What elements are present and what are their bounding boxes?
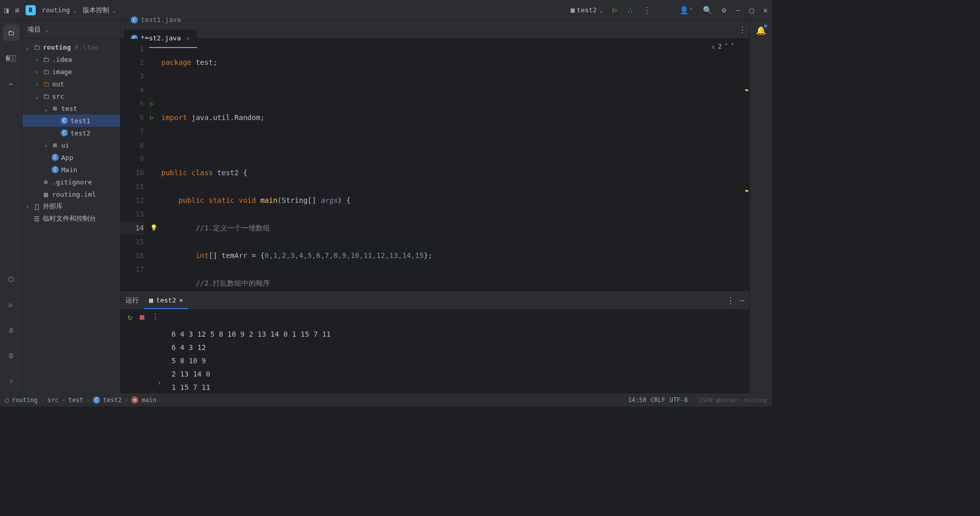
- tree-item[interactable]: ›⊞ui: [22, 139, 120, 151]
- run-panel: 运行 ▦ test2 × ⋮ — ↻ ■ ⋮ 6 4 3 12 5 8 10 9…: [120, 291, 749, 393]
- t: test: [195, 58, 213, 66]
- tree-item[interactable]: CApp: [22, 151, 120, 163]
- tree-root[interactable]: ⌄🗀 routing E:\too: [22, 41, 120, 53]
- more-icon[interactable]: ⋮: [643, 6, 651, 15]
- git-icon[interactable]: ⑂: [3, 373, 19, 389]
- warning-icon: ⚠: [712, 43, 715, 50]
- close-icon[interactable]: ✕: [763, 6, 768, 15]
- search-icon[interactable]: 🔍: [703, 6, 713, 15]
- run-tab-icon: ▦: [149, 296, 153, 304]
- tree-ext-lib[interactable]: ›𓉘 外部库: [22, 200, 120, 213]
- project-dropdown[interactable]: routing: [42, 6, 77, 14]
- editor-tab[interactable]: Ctest1.java: [124, 11, 197, 30]
- tree-item[interactable]: ⊘.gitignore: [22, 176, 120, 188]
- t: 0,1,2,3,4,5,6,7,8,9,10,11,12,13,14,15: [264, 251, 424, 260]
- tree-item-label: Main: [61, 166, 77, 174]
- tree-item[interactable]: ›🗀.idea: [22, 53, 120, 65]
- t: //1.定义一个一维数组: [195, 224, 270, 232]
- rerun-icon[interactable]: ↻: [128, 312, 133, 322]
- run-output-line: 1 15 7 11: [172, 381, 739, 393]
- tree-item[interactable]: ⌄⊞test: [22, 102, 120, 114]
- t: };: [424, 251, 432, 260]
- collab-icon[interactable]: 👤⁺: [679, 6, 694, 15]
- terminal-icon[interactable]: ⎚: [3, 322, 19, 338]
- gutter: 1234567891011121314151617: [120, 39, 149, 291]
- breadcrumb[interactable]: ▢ routing› src› test› C test2› m main: [5, 396, 156, 404]
- run-more-icon[interactable]: ⋮: [727, 296, 734, 305]
- watermark: CSDN @hacker-routing: [699, 397, 767, 404]
- tree-item-label: test2: [70, 129, 90, 137]
- tree-scratch[interactable]: ☰ 临时文件和控制台: [22, 213, 120, 225]
- notifications-icon[interactable]: 🔔: [756, 26, 766, 35]
- right-bar: 🔔: [749, 20, 772, 393]
- bc-0[interactable]: routing: [12, 396, 38, 404]
- editor-inspection-badge[interactable]: ⚠ 2 ˄ ˅: [712, 43, 734, 50]
- run-toolbar-more-icon[interactable]: ⋮: [152, 312, 159, 321]
- tree-root-path: E:\too: [75, 43, 99, 51]
- t: java.util.Random: [191, 113, 260, 122]
- tree-item[interactable]: ▤routing.iml: [22, 188, 120, 200]
- stop-icon[interactable]: ■: [140, 312, 144, 321]
- more-tool-icon[interactable]: ⋯: [3, 76, 19, 92]
- settings-icon[interactable]: ⚙: [722, 6, 726, 15]
- project-tool-icon[interactable]: 🗀: [3, 25, 19, 41]
- next-highlight-icon[interactable]: ˅: [731, 43, 734, 50]
- t: args: [321, 196, 338, 204]
- sidebar-view-dropdown[interactable]: [44, 26, 48, 33]
- bc-2[interactable]: test: [68, 396, 83, 404]
- tree-item[interactable]: Ctest2: [22, 127, 120, 139]
- tab-more-icon[interactable]: ⋮: [739, 25, 746, 34]
- tree-item-label: .gitignore: [52, 178, 92, 186]
- bc-class-icon: C: [93, 396, 100, 404]
- menu-icon[interactable]: ≡: [15, 6, 19, 15]
- run-title: 运行: [126, 296, 139, 305]
- maximize-icon[interactable]: ▢: [749, 6, 754, 15]
- run-output-line: 5 8 10 9: [172, 354, 739, 367]
- run-tab-close-icon[interactable]: ×: [179, 296, 183, 304]
- t: ) {: [338, 196, 351, 204]
- tree-item[interactable]: ›🗀image: [22, 65, 120, 78]
- run-output[interactable]: 6 4 3 12 5 8 10 9 2 13 14 0 1 15 7 116 4…: [120, 324, 749, 393]
- project-badge: R: [26, 5, 36, 15]
- sidebar-title: 项目: [28, 25, 41, 34]
- status-encoding[interactable]: UTF-8: [669, 396, 688, 404]
- problems-icon[interactable]: ①: [3, 347, 19, 364]
- run-config-dropdown[interactable]: ▦ test2: [571, 6, 603, 14]
- tree-item[interactable]: CMain: [22, 163, 120, 176]
- bc-4[interactable]: main: [141, 396, 156, 404]
- run-icon[interactable]: ▷: [612, 5, 618, 15]
- status-position[interactable]: 14:50: [628, 396, 646, 404]
- tab-file-icon: C: [131, 16, 138, 24]
- run-expand-icon[interactable]: ›: [157, 376, 161, 389]
- tree-ext-lib-label: 外部库: [43, 202, 63, 211]
- structure-tool-icon[interactable]: �⿲: [3, 50, 19, 66]
- minimize-icon[interactable]: —: [736, 6, 740, 15]
- editor-area: Ctest1.javaCtest2.java× ⋮ 12345678910111…: [120, 20, 749, 393]
- editor[interactable]: 1234567891011121314151617 ▷ ▷ 💡 package …: [120, 39, 749, 291]
- breadcrumb-icon: ▢: [5, 396, 9, 404]
- tree-item[interactable]: ⌄🗀src: [22, 90, 120, 102]
- run-output-line: 2 13 14 0: [172, 367, 739, 381]
- tree-item[interactable]: ›🗀out: [22, 78, 120, 90]
- tool-window-bar: 🗀 �⿲ ⋯ ⬡ ▷ ⎚ ① ⑂: [0, 20, 22, 393]
- project-tree: ⌄🗀 routing E:\too ›🗀.idea›🗀image›🗀out⌄🗀s…: [22, 39, 120, 393]
- tree-item-label: test1: [70, 117, 90, 125]
- vcs-dropdown[interactable]: 版本控制: [83, 6, 116, 15]
- t: import: [161, 113, 191, 122]
- project-name-label: routing: [42, 6, 70, 14]
- t: public static void: [179, 196, 260, 204]
- run-tab[interactable]: ▦ test2 ×: [144, 292, 188, 309]
- vcs-label: 版本控制: [83, 6, 109, 15]
- run-minimize-icon[interactable]: —: [740, 296, 744, 305]
- status-eol[interactable]: CRLF: [651, 396, 666, 404]
- tree-item[interactable]: Ctest1: [22, 114, 120, 127]
- bc-1[interactable]: src: [47, 396, 59, 404]
- tree-item-label: src: [52, 92, 64, 100]
- code-area[interactable]: package test; import java.util.Random; p…: [149, 39, 749, 291]
- debug-icon[interactable]: ⛬: [627, 6, 634, 14]
- prev-highlight-icon[interactable]: ˄: [725, 43, 728, 50]
- services-icon[interactable]: ⬡: [3, 271, 19, 287]
- run-tool-icon[interactable]: ▷: [3, 296, 19, 313]
- bc-3[interactable]: test2: [103, 396, 121, 404]
- tree-item-label: App: [61, 154, 73, 161]
